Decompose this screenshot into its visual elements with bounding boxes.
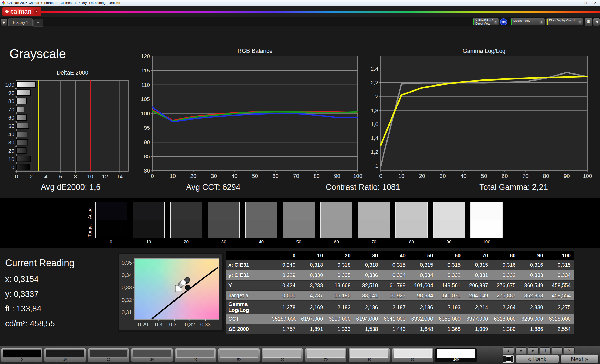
back-button[interactable]: « Back — [515, 355, 559, 363]
table-corner-cell — [226, 251, 272, 260]
play-icon[interactable]: ▶ — [528, 347, 539, 354]
svg-text:110: 110 — [141, 82, 150, 88]
pattern-chip — [263, 349, 301, 358]
table-cell: 6318,000 — [492, 314, 519, 324]
actual-row-label: Actual — [87, 203, 93, 222]
calman-menu-button[interactable]: ❖ calman ▼ — [2, 7, 41, 16]
pattern-chip — [133, 349, 171, 358]
add-tab-button[interactable]: + — [33, 19, 43, 27]
pattern-button-60[interactable]: 60 — [261, 348, 303, 362]
table-cell: 2,330 — [519, 301, 547, 314]
table-cell: 1,443 — [382, 324, 409, 334]
patch-level-label: 90 — [433, 240, 465, 245]
svg-text:0: 0 — [151, 173, 154, 179]
meter-sync-badge[interactable]: 550 — [500, 18, 507, 25]
table-cell: 13,668 — [327, 280, 354, 291]
table-cell: 0,249 — [272, 260, 299, 270]
chart-title: Gamma Log/Log — [381, 48, 587, 54]
actual-swatch — [396, 202, 427, 220]
stop-icon[interactable]: ■ — [515, 347, 526, 354]
table-cell: 1,009 — [464, 324, 492, 334]
pattern-label: 70 — [305, 357, 346, 361]
svg-text:4: 4 — [44, 173, 48, 179]
svg-text:60: 60 — [502, 173, 508, 179]
pattern-button-100[interactable]: 100 — [435, 348, 477, 362]
table-row-label: Target Y — [226, 291, 272, 301]
source-name: Mobile Forge — [513, 19, 530, 22]
table-cell: 32,510 — [354, 280, 382, 291]
meter-dropdown[interactable]: X-Rite i1Pro 3 Direct View ▼ — [472, 18, 499, 26]
table-row-label: Gamma Log/Log — [226, 301, 272, 314]
minimize-icon[interactable]: – — [571, 0, 581, 6]
pattern-button-40[interactable]: 40 — [175, 348, 216, 362]
pattern-label: 90 — [392, 357, 433, 361]
table-row: Target Y0,0004,73715,18033,14160,92798,9… — [226, 291, 574, 301]
pattern-button-70[interactable]: 70 — [305, 348, 347, 362]
step-icon[interactable]: ∥ — [540, 347, 551, 354]
pattern-button-20[interactable]: 20 — [88, 348, 130, 362]
table-cell: 0,318 — [299, 260, 327, 270]
table-col-header: 90 — [519, 251, 547, 260]
table-cell: 6194,000 — [354, 314, 382, 324]
pattern-chip — [89, 349, 128, 358]
source-dropdown[interactable]: Mobile Forge ▼ — [510, 18, 545, 26]
svg-text:2: 2 — [375, 93, 378, 99]
tab-scroll-button[interactable]: ▶ — [1, 18, 8, 26]
patch-level-label: 40 — [245, 240, 277, 245]
patch-level-label: 30 — [208, 240, 240, 245]
table-col-header: 30 — [354, 251, 382, 260]
avg-cct-readout: Avg CCT: 6294 — [158, 183, 268, 192]
display-control-dropdown[interactable]: Direct Display Control ▼ — [546, 18, 583, 26]
svg-text:115: 115 — [141, 67, 150, 73]
table-cell: 276,675 — [492, 280, 519, 291]
pattern-button-50[interactable]: 50 — [218, 348, 260, 362]
pattern-button-10[interactable]: 10 — [44, 348, 86, 362]
table-cell: 0,229 — [272, 270, 299, 280]
table-cell: 61,799 — [382, 280, 409, 291]
patch-level-label: 10 — [133, 240, 165, 245]
table-cell: 0,315 — [437, 260, 464, 270]
table-cell: 1,368 — [437, 324, 464, 334]
collapse-panel-icon[interactable]: ◀ — [593, 18, 600, 26]
pattern-window-button[interactable] — [503, 355, 514, 363]
pattern-up-button[interactable]: ▲ — [503, 347, 514, 354]
table-cell: 276,887 — [492, 291, 519, 301]
table-cell: 0,334 — [547, 270, 574, 280]
tab-history-1[interactable]: History 1 — [8, 18, 33, 26]
next-button[interactable]: Next » — [560, 355, 599, 363]
svg-text:70: 70 — [8, 106, 14, 112]
table-col-header: 100 — [547, 251, 574, 260]
svg-text:90: 90 — [334, 173, 340, 179]
svg-text:80: 80 — [543, 173, 549, 179]
continuous-icon[interactable]: ∞ — [552, 347, 563, 354]
svg-text:90: 90 — [144, 139, 150, 145]
table-row: Y0,4243,23813,66832,51061,799101,604149,… — [226, 280, 574, 291]
gear-icon[interactable]: ⚙ — [584, 18, 593, 26]
display-control-name: Direct Display Control — [549, 19, 575, 22]
reading-x: x: 0,3154 — [5, 275, 39, 284]
pattern-chip — [437, 349, 475, 358]
svg-text:0,3: 0,3 — [155, 322, 162, 327]
maximize-icon[interactable]: □ — [581, 0, 590, 6]
svg-text:14: 14 — [117, 173, 123, 179]
pattern-label: 0 — [1, 357, 42, 361]
pattern-button-30[interactable]: 30 — [131, 348, 173, 362]
close-icon[interactable]: ✕ — [591, 0, 600, 6]
reading-fl: fL: 133,84 — [5, 304, 41, 314]
page-title: Grayscale — [9, 47, 66, 61]
table-cell: 149,561 — [437, 280, 464, 291]
pattern-button-0[interactable]: 0 — [1, 348, 43, 362]
table-col-header: 40 — [382, 251, 409, 260]
spectrum-gradient-bar — [39, 11, 600, 13]
table-cell: 0,315 — [464, 260, 492, 270]
svg-text:10: 10 — [398, 173, 404, 179]
svg-text:30: 30 — [440, 173, 446, 179]
svg-text:20: 20 — [419, 173, 425, 179]
table-cell: 98,984 — [409, 291, 437, 301]
meter-mode: Direct View — [475, 22, 490, 25]
pattern-button-90[interactable]: 90 — [392, 348, 434, 362]
pattern-button-80[interactable]: 80 — [348, 348, 390, 362]
table-row: Gamma Log/Log1,2782,1692,1832,1862,1872,… — [226, 301, 574, 314]
pattern-label: 20 — [88, 357, 129, 361]
loop-icon[interactable]: ⟳ — [564, 347, 575, 354]
